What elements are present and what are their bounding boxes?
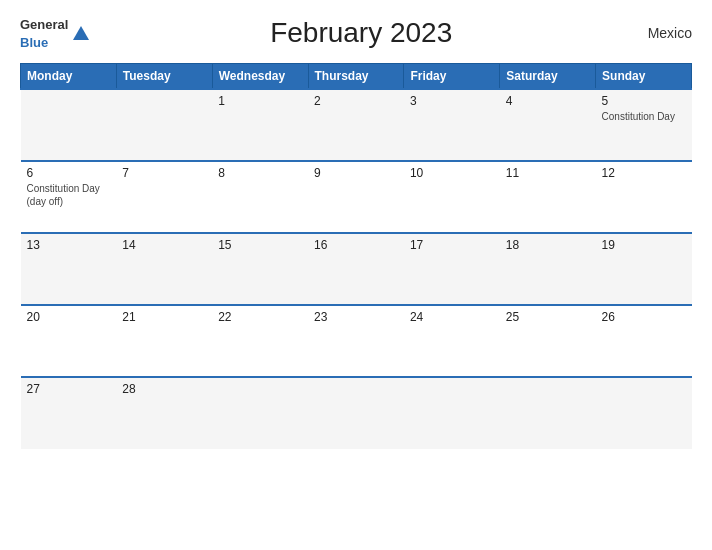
calendar-cell: 16: [308, 233, 404, 305]
calendar-cell: [308, 377, 404, 449]
country-label: Mexico: [632, 25, 692, 41]
header-saturday: Saturday: [500, 64, 596, 90]
calendar-cell: 7: [116, 161, 212, 233]
calendar-table: Monday Tuesday Wednesday Thursday Friday…: [20, 63, 692, 449]
day-number: 10: [410, 166, 494, 180]
calendar-cell: 21: [116, 305, 212, 377]
calendar-week-row: 6Constitution Day (day off)789101112: [21, 161, 692, 233]
day-number: 6: [27, 166, 111, 180]
calendar-cell: 4: [500, 89, 596, 161]
day-number: 17: [410, 238, 494, 252]
calendar-cell: [500, 377, 596, 449]
day-number: 3: [410, 94, 494, 108]
header: General Blue February 2023 Mexico: [20, 15, 692, 51]
header-monday: Monday: [21, 64, 117, 90]
day-number: 19: [602, 238, 686, 252]
day-number: 21: [122, 310, 206, 324]
calendar-cell: 6Constitution Day (day off): [21, 161, 117, 233]
header-friday: Friday: [404, 64, 500, 90]
svg-marker-0: [73, 26, 89, 40]
calendar-cell: 9: [308, 161, 404, 233]
day-number: 8: [218, 166, 302, 180]
calendar-cell: 27: [21, 377, 117, 449]
calendar-week-row: 12345Constitution Day: [21, 89, 692, 161]
day-number: 24: [410, 310, 494, 324]
logo-general-text: General: [20, 17, 68, 32]
day-number: 18: [506, 238, 590, 252]
calendar-cell: 18: [500, 233, 596, 305]
calendar-cell: 19: [596, 233, 692, 305]
calendar-cell: 12: [596, 161, 692, 233]
day-number: 7: [122, 166, 206, 180]
calendar-cell: [596, 377, 692, 449]
calendar-cell: 13: [21, 233, 117, 305]
calendar-cell: 3: [404, 89, 500, 161]
day-number: 27: [27, 382, 111, 396]
day-number: 2: [314, 94, 398, 108]
day-number: 22: [218, 310, 302, 324]
header-thursday: Thursday: [308, 64, 404, 90]
day-number: 16: [314, 238, 398, 252]
calendar-cell: 26: [596, 305, 692, 377]
calendar-week-row: 2728: [21, 377, 692, 449]
calendar-page: General Blue February 2023 Mexico Monday…: [0, 0, 712, 550]
day-number: 11: [506, 166, 590, 180]
calendar-cell: 24: [404, 305, 500, 377]
day-number: 23: [314, 310, 398, 324]
header-wednesday: Wednesday: [212, 64, 308, 90]
calendar-cell: [21, 89, 117, 161]
logo: General Blue: [20, 15, 90, 51]
calendar-cell: 25: [500, 305, 596, 377]
calendar-cell: 20: [21, 305, 117, 377]
calendar-week-row: 20212223242526: [21, 305, 692, 377]
day-number: 4: [506, 94, 590, 108]
weekday-header-row: Monday Tuesday Wednesday Thursday Friday…: [21, 64, 692, 90]
calendar-cell: 22: [212, 305, 308, 377]
day-number: 5: [602, 94, 686, 108]
calendar-cell: [212, 377, 308, 449]
calendar-cell: 10: [404, 161, 500, 233]
calendar-cell: 23: [308, 305, 404, 377]
header-tuesday: Tuesday: [116, 64, 212, 90]
calendar-cell: [116, 89, 212, 161]
logo-blue-text: Blue: [20, 35, 48, 50]
day-number: 15: [218, 238, 302, 252]
day-number: 26: [602, 310, 686, 324]
day-number: 13: [27, 238, 111, 252]
calendar-cell: 17: [404, 233, 500, 305]
calendar-cell: 14: [116, 233, 212, 305]
calendar-body: 12345Constitution Day6Constitution Day (…: [21, 89, 692, 449]
day-number: 1: [218, 94, 302, 108]
event-label: Constitution Day (day off): [27, 182, 111, 208]
calendar-cell: 15: [212, 233, 308, 305]
calendar-cell: 28: [116, 377, 212, 449]
event-label: Constitution Day: [602, 110, 686, 123]
page-title: February 2023: [90, 17, 632, 49]
day-number: 9: [314, 166, 398, 180]
calendar-cell: 11: [500, 161, 596, 233]
logo-icon: [72, 24, 90, 42]
calendar-cell: 1: [212, 89, 308, 161]
day-number: 25: [506, 310, 590, 324]
day-number: 28: [122, 382, 206, 396]
header-sunday: Sunday: [596, 64, 692, 90]
calendar-cell: 5Constitution Day: [596, 89, 692, 161]
day-number: 20: [27, 310, 111, 324]
calendar-cell: [404, 377, 500, 449]
calendar-cell: 2: [308, 89, 404, 161]
calendar-week-row: 13141516171819: [21, 233, 692, 305]
day-number: 12: [602, 166, 686, 180]
calendar-cell: 8: [212, 161, 308, 233]
day-number: 14: [122, 238, 206, 252]
